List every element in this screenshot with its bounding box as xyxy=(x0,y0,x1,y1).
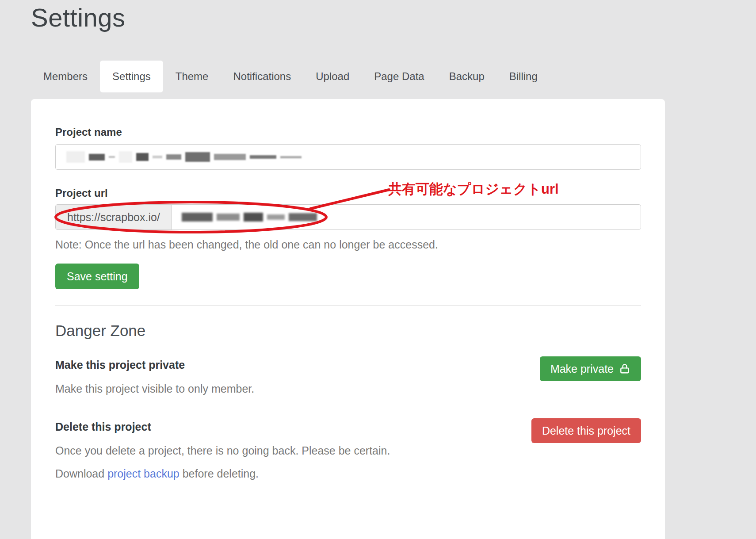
project-backup-link[interactable]: project backup xyxy=(107,467,179,480)
tab-upload[interactable]: Upload xyxy=(303,61,362,92)
make-private-row: Make this project private Make this proj… xyxy=(55,358,641,395)
delete-project-button[interactable]: Delete this project xyxy=(531,418,641,443)
project-name-input[interactable] xyxy=(55,144,641,170)
url-prefix-addon: https://scrapbox.io/ xyxy=(56,205,172,229)
project-url-input[interactable] xyxy=(172,205,641,229)
redacted-project-name xyxy=(66,151,302,163)
backup-hint: Download project backup before deleting. xyxy=(55,467,641,480)
make-private-description: Make this project visible to only member… xyxy=(55,382,641,395)
lock-icon xyxy=(619,363,630,375)
backup-hint-after: before deleting. xyxy=(179,467,259,480)
project-url-group: https://scrapbox.io/ 共有可能なプロジェクトurl xyxy=(55,204,641,230)
tab-members[interactable]: Members xyxy=(31,61,100,92)
danger-zone-heading: Danger Zone xyxy=(55,321,641,340)
page-title: Settings xyxy=(31,3,126,32)
tab-page-data[interactable]: Page Data xyxy=(362,61,436,92)
project-name-label: Project name xyxy=(55,126,641,139)
make-private-button-label: Make private xyxy=(550,363,614,375)
make-private-button[interactable]: Make private xyxy=(540,356,641,381)
project-url-label: Project url xyxy=(55,187,641,200)
settings-tabbar: Members Settings Theme Notifications Upl… xyxy=(31,61,550,92)
save-setting-button[interactable]: Save setting xyxy=(55,264,139,289)
tab-theme[interactable]: Theme xyxy=(163,61,221,92)
delete-project-row: Delete this project Once you delete a pr… xyxy=(55,420,641,457)
backup-hint-before: Download xyxy=(55,467,107,480)
section-divider xyxy=(55,305,641,306)
settings-panel: Project name Project url https://scrapbo… xyxy=(31,99,665,539)
tab-backup[interactable]: Backup xyxy=(437,61,497,92)
tab-settings[interactable]: Settings xyxy=(100,61,163,92)
redacted-project-url xyxy=(182,213,317,222)
url-change-note: Note: Once the url has been changed, the… xyxy=(55,238,641,251)
tab-billing[interactable]: Billing xyxy=(497,61,550,92)
tab-notifications[interactable]: Notifications xyxy=(221,61,303,92)
delete-project-description: Once you delete a project, there is no g… xyxy=(55,444,641,457)
